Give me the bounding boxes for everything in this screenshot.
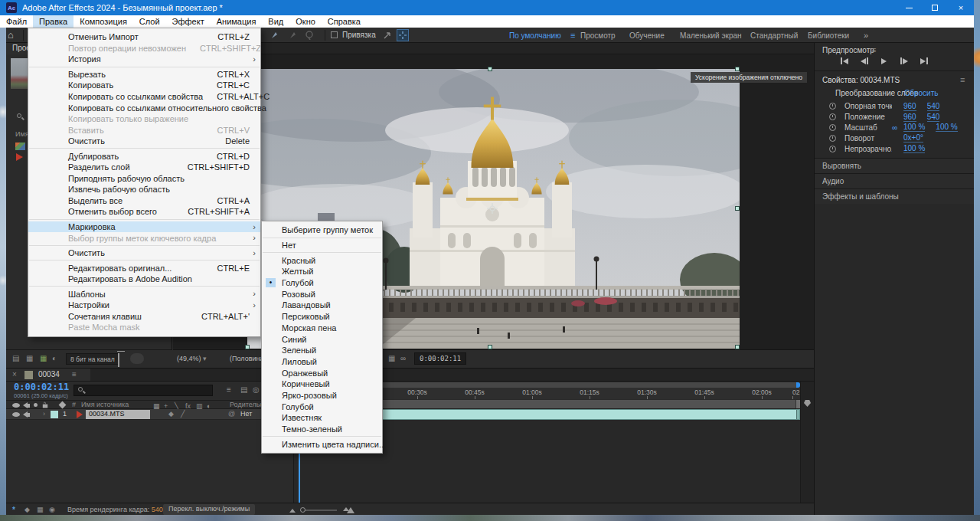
menu-item[interactable]: Зеленый <box>262 345 382 356</box>
menu-item[interactable]: ВырезатьCTRL+X <box>28 69 260 80</box>
pen-tool-icon[interactable] <box>270 31 279 40</box>
layer-row[interactable]: › 1 00034.MTS ◆ ╱ @ Нет <box>6 409 293 420</box>
menu-item[interactable]: Персиковый <box>262 311 382 323</box>
selection-handle[interactable] <box>488 67 492 71</box>
parent-pickwhip-icon[interactable]: @ <box>228 410 235 418</box>
menubar-item-правка[interactable]: Правка <box>33 15 74 28</box>
workspace-tab[interactable]: По умолчанию <box>509 28 561 43</box>
menu-item[interactable]: Копировать со ссылками свойстваCTRL+ALT+… <box>28 91 260 103</box>
property-value[interactable]: 100 % <box>903 123 925 132</box>
work-area-end-handle[interactable] <box>795 400 800 408</box>
menu-item[interactable]: Нет <box>262 240 382 251</box>
snap-crosshair-icon[interactable] <box>397 29 409 41</box>
layer-out-handle[interactable] <box>796 410 799 419</box>
proxy-icon[interactable]: ▦ <box>37 506 44 513</box>
selection-handle[interactable] <box>488 345 492 349</box>
stopwatch-icon[interactable] <box>829 135 836 142</box>
timeline-tab-menu-icon[interactable]: ≡ <box>72 370 77 378</box>
menu-item[interactable]: Розовый <box>262 288 382 300</box>
collapsed-panel-аудио[interactable]: Аудио <box>815 173 975 188</box>
timeline-tab-label[interactable]: 00034 <box>38 370 60 378</box>
property-value[interactable]: 960 <box>903 113 916 122</box>
play-button[interactable] <box>877 56 890 66</box>
project-name-column[interactable]: Имя <box>15 130 29 138</box>
menu-item[interactable]: Paste Mocha mask <box>28 322 260 333</box>
menu-item[interactable]: Известняк <box>262 412 382 424</box>
stopwatch-icon[interactable] <box>829 146 836 152</box>
workspace-tab[interactable]: Библиотеки <box>808 28 849 43</box>
menu-item[interactable]: Отменить выбор всегоCTRL+SHIFT+A <box>28 206 260 218</box>
pixel-aspect-icon[interactable]: ∞ <box>400 354 406 362</box>
snap-angle-icon[interactable] <box>383 31 392 40</box>
menu-item[interactable]: Повтор операции невозможенCTRL+SHIFT+Z <box>28 43 260 54</box>
comp-current-time[interactable]: 0:00:02:11 <box>414 352 466 365</box>
trash-icon[interactable] <box>118 353 119 367</box>
menubar-item-файл[interactable]: Файл <box>0 15 33 28</box>
layer-label-swatch[interactable] <box>51 411 58 418</box>
selection-handle[interactable] <box>735 345 740 349</box>
minimize-button[interactable] <box>896 0 922 15</box>
close-tab-icon[interactable]: × <box>12 370 17 378</box>
menu-item[interactable]: Извлечь рабочую область <box>28 184 260 195</box>
zoom-in-icon[interactable] <box>343 507 354 513</box>
previous-frame-button[interactable] <box>858 56 871 66</box>
menu-item[interactable]: Выберите группу меток <box>262 224 382 236</box>
menu-item[interactable]: Копировать со ссылками относительного св… <box>28 102 260 113</box>
menu-item[interactable]: Изменить цвета надписи... <box>262 438 382 450</box>
comp-marker-icon[interactable] <box>804 400 811 407</box>
footage-item-icon[interactable] <box>16 153 23 161</box>
menu-item[interactable]: Оранжевый <box>262 367 382 378</box>
menu-item[interactable]: Синий <box>262 333 382 345</box>
menu-item[interactable]: ВставитьCTRL+V <box>28 124 260 136</box>
mask-tool-icon[interactable] <box>288 31 297 40</box>
selection-handle[interactable] <box>735 206 740 211</box>
menu-item[interactable]: Редактировать в Adobe Audition <box>28 274 260 285</box>
property-value[interactable]: 960 <box>903 102 916 111</box>
bit-depth-button[interactable]: 8 бит на канал <box>66 353 119 365</box>
menu-item[interactable]: Разделить слойCTRL+SHIFT+D <box>28 162 260 173</box>
layer-effects-icon[interactable]: ╱ <box>181 410 185 418</box>
menu-item[interactable]: ОчиститьDelete <box>28 136 260 147</box>
layer-audio-icon[interactable] <box>23 411 30 418</box>
menu-item[interactable]: Сочетания клавишCTRL+ALT+' <box>28 311 260 323</box>
workspace-menu-icon[interactable]: ≡ <box>570 28 575 43</box>
menu-item[interactable]: Отменить ИмпортCTRL+Z <box>28 31 260 43</box>
menu-item[interactable]: КопироватьCTRL+C <box>28 80 260 91</box>
workspace-tab[interactable]: Просмотр <box>580 28 616 43</box>
layer-quality-icon[interactable]: ◆ <box>168 410 174 418</box>
timeline-zoom-track[interactable] <box>300 510 337 511</box>
menubar-item-окно[interactable]: Окно <box>289 15 322 28</box>
media-icon[interactable]: ◉ <box>49 506 55 513</box>
menu-item[interactable]: Желтый <box>262 266 382 277</box>
new-folder-icon[interactable]: ▦ <box>26 354 33 362</box>
menu-item[interactable]: Лавандовый <box>262 300 382 311</box>
cache-icon[interactable]: ◆ <box>24 506 30 513</box>
snap-checkbox[interactable] <box>331 31 338 38</box>
stopwatch-icon[interactable] <box>829 113 836 120</box>
preview-menu-icon[interactable]: ≡ <box>871 45 876 54</box>
zoom-out-icon[interactable] <box>289 509 296 513</box>
flowchart-icon[interactable]: ≡ <box>227 385 231 394</box>
draft-3d-icon[interactable]: ▤ <box>240 385 247 394</box>
menu-item[interactable]: Голубой <box>262 401 382 412</box>
preview-panel-title[interactable]: Предпросмотр <box>822 46 874 54</box>
menu-item[interactable]: Морская пена <box>262 323 382 334</box>
menu-item[interactable]: История› <box>28 54 260 65</box>
layer-visibility-icon[interactable] <box>12 412 20 417</box>
menu-item[interactable]: Настройки› <box>28 300 260 311</box>
menu-item[interactable]: Ярко-розовый <box>262 390 382 401</box>
menu-item[interactable]: Красный <box>262 254 382 266</box>
maximize-button[interactable] <box>922 0 948 15</box>
property-value[interactable]: 100 % <box>903 144 925 153</box>
home-icon[interactable]: ⌂ <box>8 29 14 41</box>
layer-expand-icon[interactable]: › <box>43 410 45 418</box>
parent-dropdown[interactable]: Нет <box>240 410 252 418</box>
collapsed-panel-эффекты-и-шаблоны[interactable]: Эффекты и шаблоны <box>815 188 975 204</box>
audio-mute-icon[interactable]: ◐ <box>52 354 57 362</box>
selection-handle[interactable] <box>735 67 740 71</box>
menubar-item-композиция[interactable]: Композиция <box>74 15 133 28</box>
composition-item-icon[interactable] <box>15 143 25 150</box>
collapsed-panel-выровнять[interactable]: Выровнять <box>815 158 975 173</box>
properties-panel-title[interactable]: Свойства: 00034.MTS <box>822 76 900 84</box>
toggle-switches-modes-button[interactable]: Перекл. выключ./режимы <box>163 504 255 515</box>
